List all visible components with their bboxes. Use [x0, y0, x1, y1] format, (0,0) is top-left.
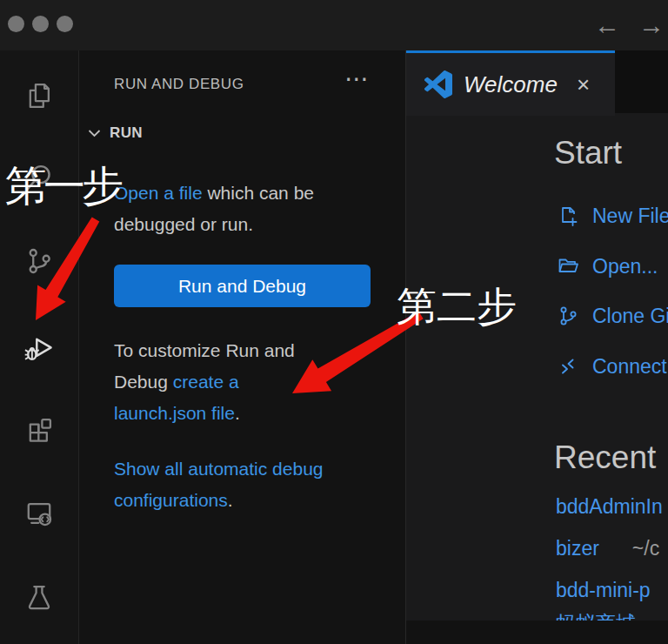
nav-forward-icon[interactable]: →	[638, 8, 665, 43]
step1-annotation: 第一步	[5, 158, 120, 214]
remote-explorer-icon[interactable]	[18, 493, 60, 534]
minimize-window-button[interactable]	[32, 16, 49, 32]
close-window-button[interactable]	[8, 16, 24, 32]
explorer-icon[interactable]	[18, 75, 60, 117]
start-open[interactable]: Open...	[556, 252, 658, 280]
open-file-hint: Open a file which can be debugged or run…	[114, 178, 327, 240]
tab-close-icon[interactable]: ×	[577, 71, 590, 98]
recent-item[interactable]: bddAdminIn	[556, 493, 663, 520]
editor-group: Welcome × Start New File... Open... Clon…	[406, 50, 668, 621]
run-and-debug-panel: RUN AND DEBUG ⋯ RUN Open a file which ca…	[78, 50, 406, 644]
recent-item[interactable]: bizer ~/c	[556, 534, 659, 562]
more-actions-icon[interactable]: ⋯	[344, 64, 371, 93]
title-bar: ← →	[0, 0, 668, 50]
git-branch-icon	[556, 304, 580, 328]
new-file-icon	[556, 204, 580, 228]
tab-bar: Welcome ×	[406, 50, 668, 116]
start-connect-to[interactable]: Connect to...	[556, 352, 668, 380]
nav-back-icon[interactable]: ←	[594, 8, 620, 43]
remote-connect-icon	[556, 354, 580, 379]
recent-heading: Recent	[554, 439, 656, 476]
run-and-debug-icon[interactable]	[18, 327, 60, 369]
testing-beaker-icon[interactable]	[18, 577, 60, 619]
open-folder-icon	[556, 254, 580, 278]
run-and-debug-button[interactable]: Run and Debug	[114, 265, 371, 307]
customize-hint: To customize Run and Debug create a laun…	[114, 335, 327, 429]
run-section-label: RUN	[110, 124, 143, 142]
activity-bar	[0, 50, 78, 644]
step2-annotation: 第二步	[397, 280, 517, 334]
recent-item[interactable]: 蚂蚁商城	[556, 609, 636, 621]
run-section-header[interactable]: RUN	[88, 124, 143, 142]
tab-title: Welcome	[464, 71, 558, 98]
show-configs-hint: Show all automatic debug configurations.	[114, 453, 327, 516]
vscode-logo-icon	[424, 70, 452, 98]
recent-item[interactable]: bdd-mini-p	[556, 576, 651, 604]
maximize-window-button[interactable]	[57, 16, 73, 32]
show-all-configs-link[interactable]: Show all automatic debug configurations	[114, 459, 324, 510]
extensions-icon[interactable]	[18, 410, 60, 452]
recent-item-path: ~/c	[632, 537, 659, 560]
chevron-down-icon	[88, 129, 101, 138]
welcome-page: Start New File... Open... Clone Git Repo…	[406, 116, 668, 621]
tab-welcome[interactable]: Welcome ×	[406, 50, 615, 116]
start-new-file[interactable]: New File...	[556, 202, 668, 230]
start-clone-repo[interactable]: Clone Git Repository...	[556, 302, 668, 330]
open-a-file-link[interactable]: Open a file	[114, 183, 203, 203]
source-control-icon[interactable]	[18, 240, 60, 282]
start-heading: Start	[554, 135, 622, 171]
panel-title: RUN AND DEBUG	[114, 76, 244, 93]
tab-bar-empty-space	[615, 50, 668, 113]
